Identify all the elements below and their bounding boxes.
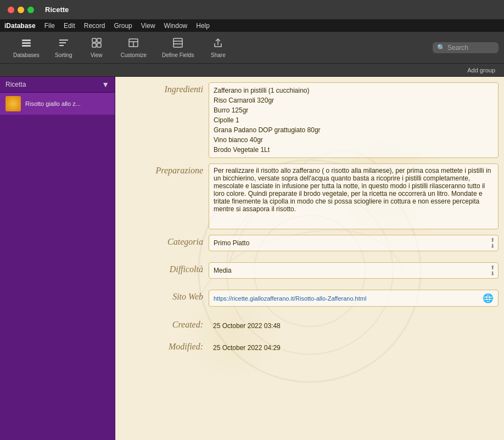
view-icon <box>91 37 103 50</box>
databases-label: Databases <box>13 52 40 58</box>
svg-rect-8 <box>92 43 96 47</box>
svg-rect-7 <box>97 38 101 42</box>
toolbar-sorting[interactable]: Sorting <box>47 33 80 61</box>
modified-row: Modified: 25 October 2022 04:29 <box>115 340 504 356</box>
preparazione-row: Preparazione Per realizzare il risotto a… <box>115 163 504 229</box>
svg-rect-2 <box>22 45 31 47</box>
minimize-button[interactable] <box>18 7 24 13</box>
sorting-icon <box>58 37 70 50</box>
preparazione-label: Preparazione <box>121 163 209 176</box>
toolbar-share[interactable]: Share <box>201 33 234 61</box>
databases-icon <box>20 37 32 50</box>
difficolta-value: Media <box>214 267 232 274</box>
sito-web-label: Sito Web <box>121 290 209 302</box>
traffic-lights <box>8 7 34 13</box>
categoria-select[interactable]: Primo Piatto ⬆⬇ <box>209 235 499 251</box>
main-layout: Ricetta ▼ Risotto giallo allo z... I <box>0 77 504 440</box>
sidebar-sort-button[interactable]: ▼ <box>102 80 109 89</box>
modified-label: Modified: <box>121 340 209 352</box>
menubar-app[interactable]: iDatabase <box>4 22 36 30</box>
view-label: View <box>91 52 103 58</box>
categoria-label: Categoria <box>121 235 209 247</box>
difficolta-select[interactable]: Media ⬆⬇ <box>209 262 499 279</box>
categoria-arrow: ⬆⬇ <box>490 237 495 249</box>
svg-rect-9 <box>97 43 101 47</box>
difficolta-label: Difficoltà <box>121 262 209 274</box>
content-area: Ingredienti Zafferano in pistilli (1 cuc… <box>115 77 504 440</box>
difficolta-arrow: ⬆⬇ <box>490 264 495 277</box>
sito-web-value-box[interactable]: https://ricette.giallozafferano.it/Risot… <box>209 290 499 307</box>
created-value: 25 October 2022 03:48 <box>209 318 499 334</box>
toolbar-customize[interactable]: Customize <box>113 33 154 61</box>
menubar-file[interactable]: File <box>44 22 55 30</box>
modified-value: 25 October 2022 04:29 <box>209 340 499 356</box>
sito-web-row: Sito Web https://ricette.giallozafferano… <box>115 290 504 307</box>
toolbar-define-fields[interactable]: Define Fields <box>154 33 201 61</box>
share-icon <box>212 37 224 50</box>
menubar-record[interactable]: Record <box>84 22 105 30</box>
categoria-value: Primo Piatto <box>214 239 249 247</box>
toolbar-databases[interactable]: Databases <box>5 33 47 61</box>
svg-rect-6 <box>92 38 96 42</box>
customize-label: Customize <box>121 52 147 58</box>
define-fields-icon <box>172 37 184 50</box>
menubar-window[interactable]: Window <box>164 22 188 30</box>
svg-rect-13 <box>173 38 182 47</box>
svg-rect-1 <box>22 42 31 44</box>
globe-icon[interactable]: 🌐 <box>483 293 494 303</box>
sidebar-item-risotto[interactable]: Risotto giallo allo z... <box>0 93 115 115</box>
title-bar: Ricette <box>0 0 504 20</box>
customize-icon <box>127 37 139 50</box>
sidebar-item-name: Risotto giallo allo z... <box>25 100 109 107</box>
menubar: iDatabase File Edit Record Group View Wi… <box>0 20 504 32</box>
categoria-row: Categoria Primo Piatto ⬆⬇ <box>115 235 504 251</box>
ingredienti-row: Ingredienti Zafferano in pistilli (1 cuc… <box>115 82 504 158</box>
difficolta-row: Difficoltà Media ⬆⬇ <box>115 262 504 279</box>
content-inner: Ingredienti Zafferano in pistilli (1 cuc… <box>115 77 504 367</box>
menubar-edit[interactable]: Edit <box>64 22 75 30</box>
sorting-label: Sorting <box>55 52 72 58</box>
menubar-view[interactable]: View <box>141 22 155 30</box>
sito-web-url: https://ricette.giallozafferano.it/Risot… <box>214 295 366 302</box>
add-group-bar: Add group <box>0 64 504 77</box>
search-box[interactable]: 🔍 Search <box>433 42 499 53</box>
preparazione-value[interactable]: Per realizzare il risotto allo zafferano… <box>209 163 499 229</box>
share-label: Share <box>211 52 226 58</box>
created-label: Created: <box>121 318 209 330</box>
search-icon: 🔍 <box>437 44 445 52</box>
sidebar-header: Ricetta ▼ <box>0 77 115 93</box>
record-thumbnail <box>5 96 21 111</box>
svg-rect-0 <box>22 40 31 41</box>
sidebar-title: Ricetta <box>5 81 26 88</box>
toolbar-view[interactable]: View <box>80 33 113 61</box>
search-placeholder: Search <box>447 44 468 52</box>
define-fields-label: Define Fields <box>162 52 194 58</box>
window-title: Ricette <box>45 5 69 14</box>
sidebar: Ricetta ▼ Risotto giallo allo z... <box>0 77 115 440</box>
menubar-help[interactable]: Help <box>196 22 210 30</box>
thumbnail-image <box>5 96 21 111</box>
ingredienti-value[interactable]: Zafferano in pistilli (1 cucchiaino)Riso… <box>209 82 499 158</box>
ingredienti-label: Ingredienti <box>121 82 209 94</box>
toolbar: Databases Sorting View <box>0 32 504 64</box>
maximize-button[interactable] <box>27 7 34 13</box>
add-group-button[interactable]: Add group <box>467 67 495 74</box>
created-row: Created: 25 October 2022 03:48 <box>115 318 504 334</box>
close-button[interactable] <box>8 7 14 13</box>
menubar-group[interactable]: Group <box>114 22 132 30</box>
